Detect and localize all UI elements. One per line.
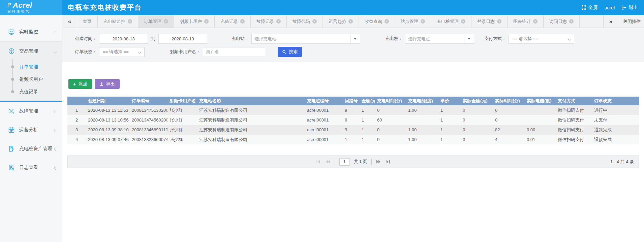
tab-7[interactable]: 运营趋势× <box>323 15 359 28</box>
column-header[interactable]: 充电桩编号 <box>305 97 343 105</box>
tab-close-icon[interactable]: × <box>385 19 389 24</box>
sidebar-item-log-view[interactable]: 日志查看 <box>0 158 62 177</box>
tab-close-icon[interactable]: × <box>497 19 501 24</box>
tab-close-icon[interactable]: × <box>461 19 465 24</box>
column-header[interactable]: 充电时间(分) <box>375 97 406 105</box>
export-button[interactable]: 导出 <box>95 79 120 89</box>
column-header[interactable]: 实际时间(分) <box>493 97 525 105</box>
column-header[interactable]: 实际电能(度) <box>525 97 556 105</box>
date-to-input[interactable] <box>158 34 207 44</box>
tab-close-icon[interactable]: × <box>421 19 425 24</box>
pile-dropdown-button[interactable] <box>464 34 474 44</box>
rfid-user-label: 射频卡用户名： <box>170 49 201 55</box>
tab-close-icon[interactable]: × <box>204 19 209 24</box>
pile-input[interactable] <box>405 34 464 44</box>
tab-3[interactable]: 射频卡用户× <box>174 15 215 28</box>
table-cell: 2008133286600746 <box>130 135 167 144</box>
sidebar-menu: 实时监控交易管理订单管理射频卡用户充值记录故障管理运营分析充电桩资产管理日志查看 <box>0 15 62 242</box>
first-page-button[interactable] <box>316 159 321 164</box>
table-row[interactable]: 12020-08-13 13:11:532008134751302008张少群江… <box>67 105 639 115</box>
tab-13[interactable]: 访问日志× <box>544 15 580 28</box>
tab-close-icon[interactable]: × <box>569 19 574 24</box>
sidebar-subitem-rfid-card-users[interactable]: 射频卡用户 <box>0 73 62 85</box>
search-button[interactable]: 搜索 <box>278 47 302 57</box>
table-cell: 2020-08-13 09:38:10 <box>86 125 130 135</box>
bullet-icon <box>11 78 14 81</box>
station-input[interactable] <box>251 34 350 44</box>
tab-close-icon[interactable]: × <box>128 19 132 24</box>
table-row[interactable]: 42020-08-13 09:07:462008133286600746张少群江… <box>67 135 639 144</box>
column-header[interactable]: 创建日期 <box>86 97 130 105</box>
column-header[interactable]: 充电站名称 <box>197 97 305 105</box>
sidebar-subitem-order-mgmt[interactable]: 订单管理 <box>0 61 62 73</box>
tab-close-icon[interactable]: × <box>240 19 245 24</box>
next-page-button[interactable] <box>376 159 381 164</box>
table-cell: acrel00001 <box>305 135 343 144</box>
table-cell: 2 <box>67 115 86 125</box>
table-row[interactable]: 32020-08-13 09:38:102008133468901101张少群江… <box>67 125 639 135</box>
table-cell: 3 <box>67 125 86 135</box>
date-from-input[interactable] <box>99 34 148 44</box>
add-button-label: 添加 <box>79 81 87 87</box>
sidebar-item-realtime-monitor[interactable]: 实时监控 <box>0 23 62 41</box>
logout-button[interactable]: 退出 <box>621 5 638 11</box>
table-cell: 0 <box>375 135 406 144</box>
tab-close-icon[interactable]: × <box>348 19 353 24</box>
tab-close-icon[interactable]: × <box>276 19 281 24</box>
tab-close-icon[interactable]: × <box>312 19 317 24</box>
last-page-button[interactable] <box>386 159 391 164</box>
column-header[interactable]: 金额(元 <box>360 97 375 105</box>
order-status-select[interactable]: == 请选择 == <box>99 47 145 57</box>
column-header[interactable]: 回路号 <box>343 97 360 105</box>
column-header[interactable]: 订单状态 <box>592 97 639 105</box>
tab-6[interactable]: 故障代码× <box>287 15 323 28</box>
page-number-input[interactable] <box>339 158 349 166</box>
tab-10[interactable]: 充电桩管理× <box>431 15 471 28</box>
tab-5[interactable]: 故障记录× <box>251 15 287 28</box>
column-header[interactable]: 支付方式 <box>556 97 592 105</box>
column-header[interactable]: 实际金额(元) <box>461 97 493 105</box>
tab-1[interactable]: 充电站监控× <box>98 15 138 28</box>
column-header[interactable]: 射频卡用户名 <box>167 97 197 105</box>
username-label: acrel <box>605 5 615 10</box>
fullscreen-button[interactable]: 全屏 <box>581 5 598 11</box>
previous-page-button[interactable] <box>325 159 330 164</box>
tabs-scroll-right-icon[interactable]: » <box>603 15 618 28</box>
table-cell: 4 <box>493 135 525 144</box>
tab-close-icon[interactable]: × <box>164 19 168 24</box>
column-header[interactable]: 充电电能(度) <box>406 97 438 105</box>
tab-11[interactable]: 登录日志× <box>471 15 508 28</box>
table-row[interactable]: 22020-08-13 13:10:562008134745602002张少群江… <box>67 115 639 125</box>
tab-label: 运营趋势 <box>329 19 346 25</box>
brand-name: Acrel <box>13 2 32 9</box>
add-button[interactable]: + 添加 <box>68 79 92 89</box>
sidebar-item-operation-analysis[interactable]: 运营分析 <box>0 120 62 139</box>
sidebar-item-fault-mgmt[interactable]: 故障管理 <box>0 102 62 120</box>
close-operations-menu[interactable]: 关闭操作 <box>618 15 644 28</box>
tab-12[interactable]: 图表统计× <box>508 15 544 28</box>
search-button-label: 搜索 <box>289 49 298 55</box>
tab-close-icon[interactable]: × <box>533 19 538 24</box>
sidebar-item-pile-asset-mgmt[interactable]: 充电桩资产管理 <box>0 139 62 158</box>
tab-label: 订单管理 <box>144 19 161 25</box>
rfid-user-input[interactable] <box>203 47 265 57</box>
tab-2[interactable]: 订单管理× <box>138 15 174 28</box>
tab-9[interactable]: 站点管理× <box>395 15 431 28</box>
column-header[interactable]: 订单编号 <box>130 97 167 105</box>
tabbar-right: » 关闭操作 <box>603 15 644 28</box>
tab-4[interactable]: 充值记录× <box>215 15 251 28</box>
tab-8[interactable]: 收益查询× <box>359 15 395 28</box>
station-dropdown-button[interactable] <box>350 34 360 44</box>
tab-label: 首页 <box>83 19 92 25</box>
tabs-scroll-left-icon[interactable]: « <box>62 15 77 28</box>
sidebar-item-transaction-mgmt[interactable]: 交易管理 <box>0 42 62 61</box>
column-header[interactable]: 单价 <box>438 97 461 105</box>
sidebar-subitem-recharge-records[interactable]: 充值记录 <box>0 85 62 98</box>
pay-method-select[interactable]: == 请选择 == <box>509 34 574 44</box>
pagination-bar: 共 1 页 1 - 4 共 4 条 <box>67 155 639 168</box>
table-cell: 1 <box>360 105 375 115</box>
table-cell: 0 <box>375 105 406 115</box>
order-status-value: == 请选择 == <box>103 49 129 55</box>
username[interactable]: acrel <box>605 5 615 10</box>
tab-0[interactable]: 首页 <box>77 15 98 28</box>
